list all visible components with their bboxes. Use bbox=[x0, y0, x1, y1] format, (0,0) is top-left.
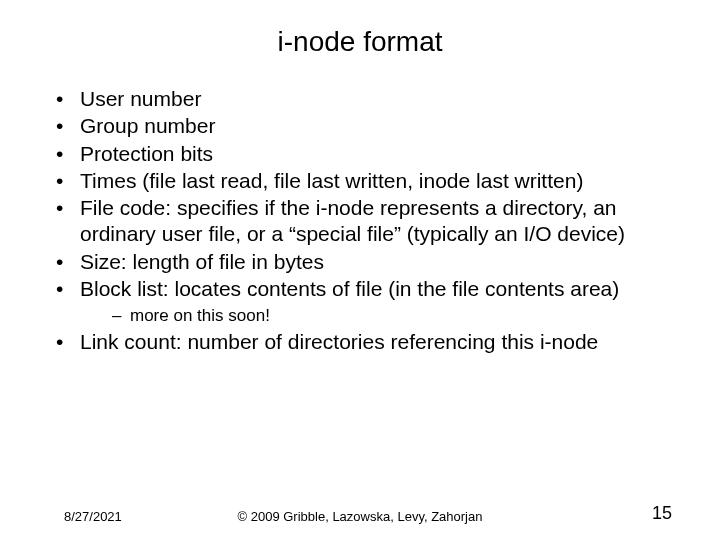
footer-copyright: © 2009 Gribble, Lazowska, Levy, Zahorjan bbox=[238, 509, 483, 524]
bullet-list: User number Group number Protection bits… bbox=[48, 86, 672, 356]
list-item-text: Link count: number of directories refere… bbox=[80, 330, 598, 353]
list-item: Protection bits bbox=[56, 141, 672, 167]
list-item-text: Protection bits bbox=[80, 142, 213, 165]
list-item-text: Group number bbox=[80, 114, 215, 137]
list-item-text: Times (file last read, file last written… bbox=[80, 169, 583, 192]
list-item: User number bbox=[56, 86, 672, 112]
list-item-text: Block list: locates contents of file (in… bbox=[80, 277, 619, 300]
list-item: Link count: number of directories refere… bbox=[56, 329, 672, 355]
list-item-text: File code: specifies if the i-node repre… bbox=[80, 196, 625, 245]
list-item-text: Size: length of file in bytes bbox=[80, 250, 324, 273]
list-item: Times (file last read, file last written… bbox=[56, 168, 672, 194]
sub-bullet-list: more on this soon! bbox=[80, 305, 672, 326]
list-item: Block list: locates contents of file (in… bbox=[56, 276, 672, 327]
list-item: Size: length of file in bytes bbox=[56, 249, 672, 275]
slide-title: i-node format bbox=[0, 0, 720, 86]
footer-date: 8/27/2021 bbox=[64, 509, 122, 524]
sub-list-item: more on this soon! bbox=[112, 305, 672, 326]
list-item: File code: specifies if the i-node repre… bbox=[56, 195, 672, 248]
footer-page-number: 15 bbox=[652, 503, 672, 524]
list-item-text: User number bbox=[80, 87, 201, 110]
slide-content: User number Group number Protection bits… bbox=[0, 86, 720, 356]
sub-list-item-text: more on this soon! bbox=[130, 306, 270, 325]
list-item: Group number bbox=[56, 113, 672, 139]
